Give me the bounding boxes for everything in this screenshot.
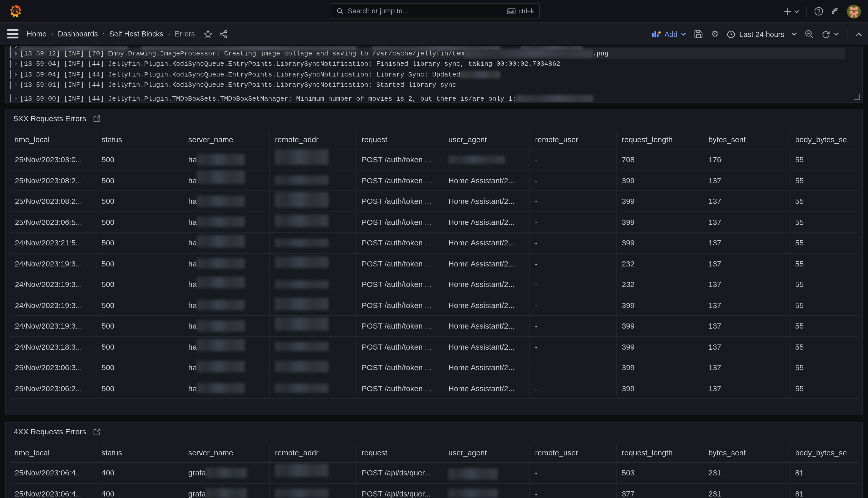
cell-request_length: 232 — [616, 253, 703, 274]
log-expand-chevron-icon[interactable]: › — [14, 95, 18, 103]
table-row[interactable]: 25/Nov/2023:03:0...500haPOST /auth/token… — [10, 149, 858, 170]
cell-body_bytes_se: 55 — [790, 170, 858, 191]
cell-remote_addr — [270, 253, 356, 274]
redacted-value — [197, 300, 244, 310]
cell-remote_addr — [270, 170, 356, 191]
redacted-value — [197, 361, 244, 372]
log-line[interactable]: ›[13:59:04] [INF] [44] Jellyfin.Plugin.K… — [6, 59, 862, 69]
external-link-icon[interactable] — [93, 115, 100, 122]
column-header-remote_addr[interactable]: remote_addr — [270, 443, 356, 462]
column-header-bytes_sent[interactable]: bytes_sent — [703, 130, 790, 149]
collapse-toolbar-button[interactable] — [856, 32, 862, 36]
log-expand-chevron-icon[interactable]: › — [14, 71, 18, 79]
refresh-button[interactable] — [822, 30, 839, 38]
table-row[interactable]: 25/Nov/2023:06:4...400grafaPOST /api/ds/… — [10, 462, 858, 483]
column-header-server_name[interactable]: server_name — [183, 443, 270, 462]
column-header-user_agent[interactable]: user_agent — [443, 443, 530, 462]
column-header-remote_user[interactable]: remote_user — [530, 130, 616, 149]
refresh-interval-chevron-icon[interactable] — [833, 32, 839, 36]
cell-body_bytes_se: 55 — [790, 191, 858, 212]
column-header-status[interactable]: status — [96, 443, 183, 462]
user-avatar[interactable] — [847, 4, 861, 18]
table-row[interactable]: 25/Nov/2023:06:5...500haPOST /auth/token… — [10, 212, 858, 233]
breadcrumb-folder[interactable]: Self Host Blocks — [109, 30, 163, 38]
log-line[interactable]: ›[13:59:01] [INF] [44] Jellyfin.Plugin.K… — [6, 80, 862, 90]
table-row[interactable]: 25/Nov/2023:06:2...500haPOST /auth/token… — [10, 378, 858, 399]
column-header-request[interactable]: request — [356, 130, 443, 149]
table-row[interactable]: 24/Nov/2023:19:3...500haPOST /auth/token… — [10, 253, 858, 274]
column-header-time_local[interactable]: time_local — [10, 130, 96, 149]
cell-bytes_sent: 137 — [703, 170, 790, 191]
panel-title-5xx[interactable]: 5XX Requests Errors — [14, 114, 86, 123]
table-row[interactable]: 25/Nov/2023:06:4...400grafaPOST /api/ds/… — [10, 483, 858, 498]
cell-bytes_sent: 137 — [703, 212, 790, 233]
column-header-request_length[interactable]: request_length — [616, 443, 703, 462]
log-expand-chevron-icon[interactable]: › — [14, 50, 18, 57]
cell-request: POST /auth/token ... — [356, 170, 443, 191]
cell-status: 500 — [96, 378, 183, 399]
cell-bytes_sent: 231 — [703, 462, 790, 483]
chevron-down-icon — [791, 32, 797, 36]
column-header-request_length[interactable]: request_length — [616, 130, 703, 149]
log-expand-chevron-icon[interactable]: › — [14, 60, 18, 68]
refresh-icon — [822, 30, 830, 38]
column-header-request[interactable]: request — [356, 443, 443, 462]
save-icon — [694, 30, 703, 39]
dashboard-settings-button[interactable]: ⚙ — [711, 30, 719, 39]
news-button[interactable] — [830, 7, 840, 16]
redacted-text — [464, 50, 593, 57]
column-header-body_bytes_se[interactable]: body_bytes_se — [790, 443, 858, 462]
table-row[interactable]: 24/Nov/2023:19:3...500haPOST /auth/token… — [10, 316, 858, 337]
cell-remote_user: - — [530, 462, 616, 483]
redacted-value — [275, 215, 328, 227]
panel-title-4xx[interactable]: 4XX Requests Errors — [14, 427, 86, 436]
breadcrumb-home[interactable]: Home — [27, 30, 46, 38]
table-row[interactable]: 24/Nov/2023:19:3...500haPOST /auth/token… — [10, 274, 858, 295]
table-row[interactable]: 24/Nov/2023:18:3...500haPOST /auth/token… — [10, 337, 858, 357]
breadcrumb-dashboards[interactable]: Dashboards — [58, 30, 98, 38]
share-button[interactable] — [219, 29, 228, 38]
zoom-out-time-button[interactable] — [805, 30, 814, 39]
column-header-bytes_sent[interactable]: bytes_sent — [703, 443, 790, 462]
search-input[interactable]: Search or jump to... ctrl+k — [331, 3, 540, 19]
gear-icon: ⚙ — [711, 30, 719, 39]
column-header-server_name[interactable]: server_name — [183, 130, 270, 149]
help-button[interactable] — [814, 7, 823, 16]
add-panel-button[interactable]: Add — [652, 30, 686, 38]
column-header-time_local[interactable]: time_local — [10, 443, 96, 462]
table-row[interactable]: 24/Nov/2023:19:3...500haPOST /auth/token… — [10, 295, 858, 316]
cell-time_local: 25/Nov/2023:06:3... — [10, 357, 96, 378]
cell-server_name: ha — [183, 233, 270, 253]
cell-time_local: 24/Nov/2023:19:3... — [10, 316, 96, 337]
column-header-remote_user[interactable]: remote_user — [530, 443, 616, 462]
breadcrumb: Home › Dashboards › Self Host Blocks › E… — [27, 29, 228, 38]
new-button[interactable] — [784, 8, 799, 15]
log-line[interactable]: ›[13:59:04] [INF] [44] Jellyfin.Plugin.K… — [6, 69, 862, 80]
cell-server_name: grafa — [183, 483, 270, 498]
cell-request_length: 232 — [616, 274, 703, 295]
logs-panel[interactable]: ››[13:59:12] [INF] [70] Emby.Drawing.Ima… — [5, 46, 863, 103]
table-row[interactable]: 24/Nov/2023:21:5...500haPOST /auth/token… — [10, 233, 858, 253]
column-header-body_bytes_se[interactable]: body_bytes_se — [790, 130, 858, 149]
favorite-star-button[interactable] — [204, 29, 212, 38]
column-header-remote_addr[interactable]: remote_addr — [270, 130, 356, 149]
log-line[interactable]: ›[13:59:12] [INF] [70] Emby.Drawing.Imag… — [6, 48, 862, 59]
save-dashboard-button[interactable] — [694, 30, 703, 39]
column-header-user_agent[interactable]: user_agent — [443, 130, 530, 149]
table-row[interactable]: 25/Nov/2023:08:2...500haPOST /auth/token… — [10, 191, 858, 212]
log-line[interactable]: ›[13:59:00] [INF] [44] Jellyfin.Plugin.T… — [6, 93, 862, 103]
grafana-logo-icon[interactable] — [8, 4, 24, 19]
panel-resize-handle[interactable] — [854, 94, 860, 100]
cell-request_length: 399 — [616, 191, 703, 212]
cell-bytes_sent: 137 — [703, 233, 790, 253]
time-range-picker[interactable]: Last 24 hours — [727, 30, 797, 38]
share-icon — [219, 29, 228, 38]
log-expand-chevron-icon[interactable]: › — [14, 81, 18, 89]
table-row[interactable]: 25/Nov/2023:08:2...500haPOST /auth/token… — [10, 170, 858, 191]
redacted-value — [206, 468, 247, 478]
table-row[interactable]: 25/Nov/2023:06:3...500haPOST /auth/token… — [10, 357, 858, 378]
menu-toggle-icon[interactable] — [7, 29, 18, 39]
cell-user_agent: Home Assistant/2... — [443, 378, 530, 399]
column-header-status[interactable]: status — [96, 130, 183, 149]
external-link-icon[interactable] — [93, 428, 100, 435]
